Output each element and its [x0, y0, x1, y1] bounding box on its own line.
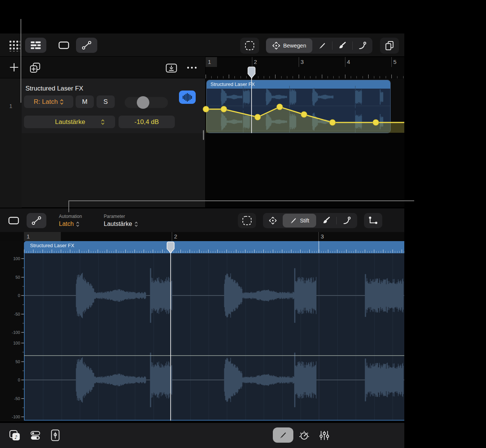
- bar-number: 1: [208, 59, 211, 65]
- grid-icon: [8, 40, 20, 51]
- region-bar-tick: [91, 251, 91, 253]
- copy-paste-button[interactable]: [380, 38, 399, 54]
- automation-mode-select[interactable]: Latch: [59, 221, 79, 227]
- region-bar-tick: [360, 251, 361, 253]
- editor-gridline: [393, 253, 393, 420]
- regions-display-button[interactable]: [53, 38, 74, 53]
- track-controls-button[interactable]: [30, 431, 40, 440]
- volume-slider-thumb[interactable]: [137, 96, 149, 109]
- tracks-view-button[interactable]: [25, 38, 46, 53]
- duplicate-track-button[interactable]: [30, 62, 40, 73]
- pencil-tool-segment[interactable]: [312, 38, 332, 54]
- smart-controls-button[interactable]: [299, 430, 310, 441]
- region-bar-tick: [28, 251, 29, 253]
- grid-view-button[interactable]: [6, 38, 22, 53]
- editor-parameter-select[interactable]: Lautstärke: [104, 221, 138, 227]
- bar-number: 5: [393, 59, 396, 65]
- plugins-button[interactable]: [51, 429, 60, 441]
- scale-label: 0: [18, 378, 20, 382]
- curve-tool-segment[interactable]: [353, 38, 372, 54]
- region-bar-tick: [93, 251, 93, 253]
- region-bar-tick: [77, 251, 77, 253]
- region-bar-tick: [160, 251, 160, 253]
- editor-regions-button[interactable]: [5, 213, 23, 228]
- region-bar-tick: [109, 251, 109, 253]
- quick-draw-button[interactable]: [273, 427, 293, 443]
- callout-line-latch-drop: [68, 200, 69, 212]
- automation-display-button[interactable]: [76, 38, 97, 53]
- track-import-button[interactable]: [166, 64, 177, 73]
- parameter-select[interactable]: Lautstärke: [24, 116, 115, 128]
- audio-waveform-button[interactable]: [179, 91, 196, 104]
- ruler-tick: [397, 76, 397, 78]
- region-bar-tick: [31, 251, 31, 253]
- region-bar-tick: [287, 251, 287, 253]
- lane-center-line: [207, 130, 390, 131]
- region-bar-tick: [372, 251, 372, 253]
- brush-tool-segment[interactable]: [332, 38, 352, 54]
- tracks-icon: [30, 41, 41, 49]
- region-bar-tick: [153, 249, 153, 253]
- svg-text:♪: ♪: [14, 434, 17, 440]
- region-bar-tick: [220, 251, 220, 253]
- ruler-tick: [328, 76, 328, 78]
- editor-automation-button[interactable]: [27, 213, 46, 228]
- add-track-button[interactable]: [9, 62, 19, 72]
- ruler-tick: [339, 76, 339, 78]
- region-header[interactable]: Structured Laser FX: [207, 80, 390, 89]
- solo-button[interactable]: S: [97, 95, 115, 108]
- editor-region-name: Structured Laser FX: [30, 243, 74, 248]
- editor-marquee-button[interactable]: [238, 213, 256, 228]
- region-bar-tick: [280, 251, 280, 253]
- step-automation-button[interactable]: [364, 213, 382, 228]
- parameter-value-label: -10,4 dB: [135, 118, 159, 126]
- editor-pencil-segment[interactable]: Stift: [283, 214, 316, 227]
- editor-curve-segment[interactable]: [337, 213, 357, 228]
- editor-gridline: [80, 253, 80, 420]
- top-ruler-ticks[interactable]: [206, 67, 404, 79]
- solo-label: S: [103, 98, 108, 106]
- region-bar-tick: [358, 251, 358, 253]
- loop-browser-button[interactable]: ♪: [9, 430, 21, 441]
- region-bar-tick: [351, 251, 351, 253]
- region-bar-tick: [335, 251, 335, 253]
- editor-ruler[interactable]: 123: [0, 232, 404, 241]
- bar-line: [391, 57, 392, 67]
- bar-line: [299, 57, 299, 67]
- waveform-editor[interactable]: [24, 253, 404, 421]
- marquee-select-button[interactable]: [240, 38, 259, 54]
- parameter-value[interactable]: -10,4 dB: [119, 116, 175, 128]
- region-body[interactable]: [207, 89, 390, 133]
- more-options-button[interactable]: [186, 65, 198, 70]
- region-bar-tick: [208, 249, 209, 253]
- editor-region-bar[interactable]: Structured Laser FX: [24, 241, 404, 253]
- region-bar-tick: [229, 251, 229, 253]
- region-bar-tick: [114, 251, 114, 253]
- region-bar-tick: [171, 249, 172, 253]
- volume-slider[interactable]: [125, 97, 168, 108]
- loops-icon: ♪: [9, 430, 21, 441]
- mixer-button[interactable]: [319, 430, 329, 441]
- move-tool-segment[interactable]: Bewegen: [266, 38, 312, 53]
- top-ruler[interactable]: 12345: [206, 57, 404, 67]
- region-bar-tick: [321, 251, 321, 253]
- audio-region[interactable]: Structured Laser FX: [206, 80, 391, 133]
- editor-gridline: [245, 253, 246, 420]
- bar-line: [318, 232, 319, 241]
- editor-move-segment[interactable]: [263, 213, 283, 228]
- region-bar-tick: [65, 251, 66, 253]
- automation-caption: Automation: [59, 214, 82, 219]
- vertical-scrollbar[interactable]: [203, 130, 204, 140]
- mute-button[interactable]: M: [76, 95, 94, 108]
- region-bar-tick: [328, 249, 328, 253]
- ruler-tick: [322, 75, 322, 78]
- region-bar-tick: [275, 251, 275, 253]
- region-bar-tick: [282, 249, 282, 253]
- logic-pro-window: Bewegen: [0, 0, 486, 448]
- region-bar-tick: [40, 251, 40, 253]
- automation-mode-button[interactable]: R: Latch: [24, 95, 73, 108]
- editor-gridline: [337, 253, 338, 420]
- editor-brush-segment[interactable]: [316, 213, 336, 228]
- ruler-tick: [386, 76, 386, 78]
- region-bar-tick: [270, 251, 271, 253]
